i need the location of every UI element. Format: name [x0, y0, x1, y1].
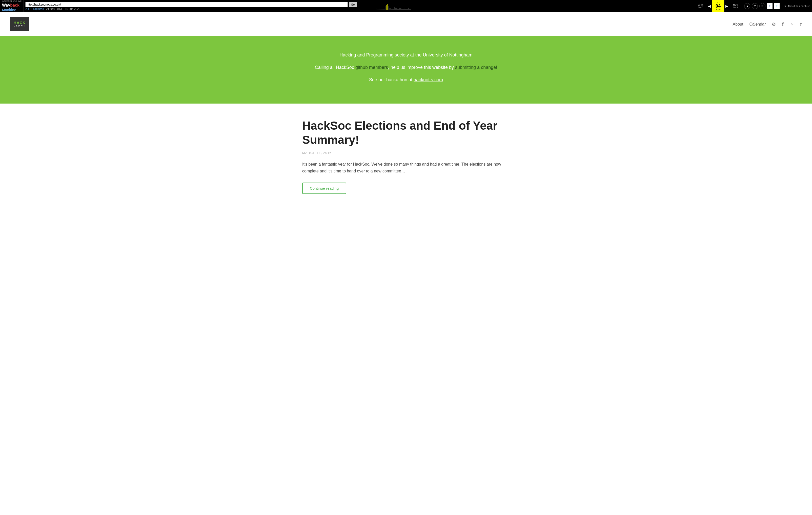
wayback-url-input[interactable]	[25, 2, 348, 7]
about-capture-label: About this capture	[787, 5, 810, 8]
site-header: HACK >SOC ! About Calendar ⚙ f ⚬ 𝕣	[0, 12, 812, 36]
facebook-share-btn[interactable]: f	[767, 3, 773, 9]
wayback-machine-brand: Wayback Machine	[2, 3, 22, 12]
help-icon-btn[interactable]: ?	[752, 3, 758, 9]
hero-line2-middle: , help us improve this website by	[388, 65, 455, 70]
wayback-timeline[interactable]	[358, 0, 694, 12]
wayback-url-section: Go 2,173 captures 21 Nov 2013 – 15 Jun 2…	[24, 0, 358, 12]
settings-icon[interactable]: ⚙	[772, 22, 776, 27]
year-2017-month: NOV	[733, 4, 738, 6]
continue-reading-button[interactable]: Continue reading	[302, 182, 346, 194]
wayback-logo[interactable]: INTERNET ARCHIVE Wayback Machine	[0, 0, 24, 12]
year-2015-month: APR	[698, 4, 703, 6]
year-navigation: APR 2015 ◀ OCT 04 2016 ▶ NOV 2017	[694, 0, 742, 12]
year-2015-label: 2015	[698, 6, 703, 9]
internet-archive-label: INTERNET ARCHIVE	[2, 0, 22, 3]
close-icon-btn[interactable]: ✕	[759, 3, 765, 9]
hero-line3-before: See our hackathon at	[369, 77, 414, 82]
main-content: HackSoc Elections and End of Year Summar…	[292, 119, 520, 194]
wayback-go-button[interactable]: Go	[349, 2, 357, 7]
wayback-toolbar: INTERNET ARCHIVE Wayback Machine Go 2,17…	[0, 0, 812, 12]
site-navigation: About Calendar ⚙ f ⚬ 𝕣	[733, 21, 802, 27]
twitter-nav-icon[interactable]: 𝕣	[800, 22, 802, 27]
facebook-nav-icon[interactable]: f	[782, 21, 784, 27]
logo-soc-text: >SOC !	[13, 25, 26, 28]
wayback-right-icons: ● ? ✕ f t	[742, 0, 782, 12]
nav-about[interactable]: About	[733, 22, 744, 27]
post-excerpt: It's been a fantastic year for HackSoc. …	[302, 161, 510, 174]
nav-calendar[interactable]: Calendar	[749, 22, 766, 27]
prev-year-arrow[interactable]: ◀	[707, 0, 712, 12]
github-nav-icon[interactable]: ⚬	[790, 22, 793, 27]
hero-line-1: Hacking and Programming society at the U…	[10, 51, 802, 59]
hero-banner: Hacking and Programming society at the U…	[0, 36, 812, 104]
captures-date-range: 21 Nov 2013 – 15 Jun 2022	[46, 7, 80, 10]
post-date: MARCH 11, 2016	[302, 151, 510, 155]
hero-line-3: See our hackathon at hacknotts.com	[10, 76, 802, 84]
captures-link[interactable]: 2,173 captures	[25, 7, 44, 10]
submitting-change-link[interactable]: submitting a change!	[455, 65, 497, 70]
about-capture-arrow: ▼	[784, 5, 786, 8]
logo-hack-text: HACK	[14, 21, 26, 25]
about-this-capture[interactable]: ▼ About this capture	[782, 0, 812, 12]
year-2016-day: 04	[716, 4, 721, 8]
year-2015[interactable]: APR 2015	[694, 0, 707, 12]
year-2016-label: 2016	[716, 8, 721, 11]
next-year-arrow[interactable]: ▶	[724, 0, 729, 12]
hero-line2-before: Calling all HackSoc	[315, 65, 355, 70]
hero-line-2: Calling all HackSoc github members, help…	[10, 64, 802, 71]
twitter-share-btn[interactable]: t	[774, 3, 780, 9]
year-2016[interactable]: OCT 04 2016	[712, 0, 724, 12]
post-title: HackSoc Elections and End of Year Summar…	[302, 119, 510, 147]
year-2017-label: 2017	[733, 6, 738, 9]
site-logo[interactable]: HACK >SOC !	[10, 17, 29, 31]
user-icon-btn[interactable]: ●	[744, 3, 750, 9]
timeline-bar	[360, 2, 692, 10]
github-members-link[interactable]: github members	[355, 65, 388, 70]
year-2017[interactable]: NOV 2017	[729, 0, 742, 12]
hacknotts-link[interactable]: hacknotts.com	[414, 77, 443, 82]
